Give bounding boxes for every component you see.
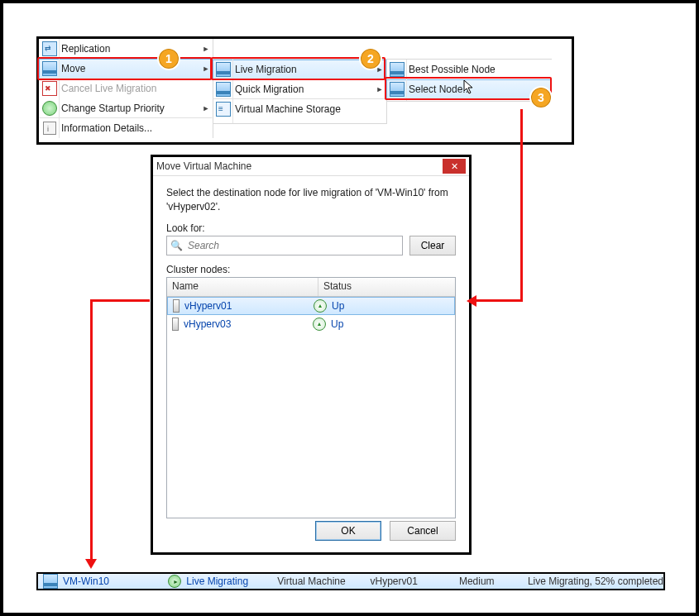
clear-button[interactable]: Clear: [409, 236, 456, 255]
submenu-arrow-icon: ►: [200, 104, 212, 112]
menu-label: Change Startup Priority: [60, 103, 200, 114]
menu-label: Live Migration: [233, 64, 374, 75]
storage-icon: [213, 99, 233, 119]
vm-icon: [387, 79, 407, 99]
menu-item-best-possible-node[interactable]: Best Possible Node: [386, 60, 552, 79]
annotated-screenshot: Replication ► Move ► Cancel Live Migrati…: [0, 0, 699, 616]
vm-icon: [213, 60, 233, 79]
annotation-arrow: [520, 109, 523, 301]
status-priority: Medium: [459, 575, 495, 587]
server-icon: [172, 318, 179, 331]
status-info: Live Migrating, 52% completed: [528, 575, 663, 587]
node-status: Up: [331, 318, 343, 330]
context-menu-level1: Replication ► Move ► Cancel Live Migrati…: [39, 39, 213, 138]
lookfor-label: Look for:: [166, 222, 456, 234]
status-up-icon: [314, 299, 327, 313]
annotation-arrow: [90, 299, 93, 561]
search-input[interactable]: [186, 239, 399, 252]
node-name: vHyperv01: [184, 300, 232, 312]
menu-label: Virtual Machine Storage: [233, 103, 385, 115]
node-row[interactable]: vHyperv03 Up: [167, 315, 455, 333]
menu-item-change-startup-priority[interactable]: Change Startup Priority ►: [39, 98, 213, 118]
ok-button[interactable]: OK: [315, 521, 381, 541]
context-menu-level2: Live Migration ► Quick Migration ► Virtu…: [213, 59, 387, 124]
annotation-arrowhead: [467, 295, 476, 307]
cancel-button[interactable]: Cancel: [390, 521, 456, 541]
submenu-arrow-icon: ►: [374, 85, 385, 93]
vm-icon: [43, 574, 58, 589]
dialog-title: Move Virtual Machine: [156, 160, 443, 172]
dialog-buttons: OK Cancel: [315, 521, 456, 541]
node-name: vHyperv03: [184, 318, 231, 330]
annotation-arrowhead: [85, 559, 97, 569]
cluster-nodes-grid: Name Status vHyperv01 Up vHyperv03 Up: [166, 277, 456, 518]
close-button[interactable]: ✕: [443, 159, 466, 174]
move-vm-dialog: Move Virtual Machine ✕ Select the destin…: [151, 155, 472, 555]
menu-item-information-details[interactable]: Information Details...: [39, 118, 213, 138]
info-icon: [40, 118, 60, 138]
menu-label: Best Possible Node: [407, 64, 551, 75]
menu-label: Move: [60, 63, 200, 74]
menu-item-quick-migration[interactable]: Quick Migration ►: [213, 79, 386, 99]
running-icon: [168, 575, 181, 588]
context-menu-level3: Best Possible Node Select Node...: [386, 59, 552, 102]
status-owner: vHyperv01: [370, 575, 417, 587]
dialog-titlebar: Move Virtual Machine ✕: [153, 157, 469, 176]
context-menu-block: Replication ► Move ► Cancel Live Migrati…: [36, 36, 574, 145]
menu-item-select-node[interactable]: Select Node...: [386, 79, 552, 99]
search-input-wrapper[interactable]: 🔍: [166, 236, 403, 255]
submenu-arrow-icon: ►: [200, 45, 212, 53]
menu-item-cancel-live-migration: Cancel Live Migration: [39, 79, 213, 98]
column-header-status[interactable]: Status: [318, 278, 455, 296]
vm-icon: [387, 60, 407, 79]
cluster-nodes-label: Cluster nodes:: [166, 264, 456, 275]
dialog-message: Select the destination node for live mig…: [166, 186, 456, 214]
status-state: Live Migrating: [186, 575, 248, 587]
vm-status-row[interactable]: VM-Win10 Live Migrating Virtual Machine …: [36, 572, 665, 590]
vm-icon: [213, 79, 233, 99]
submenu-arrow-icon: ►: [200, 64, 212, 73]
grid-header: Name Status: [167, 278, 455, 297]
status-role: Virtual Machine: [277, 575, 346, 587]
menu-item-move[interactable]: Move ►: [39, 59, 213, 79]
status-name: VM-Win10: [63, 575, 109, 587]
step-badge: 2: [359, 47, 382, 70]
server-icon: [173, 299, 180, 313]
node-row[interactable]: vHyperv01 Up: [167, 297, 455, 315]
menu-label: Information Details...: [60, 122, 212, 134]
annotation-arrow: [476, 299, 523, 302]
step-badge: 3: [529, 86, 553, 109]
node-status: Up: [332, 300, 344, 312]
status-up-icon: [313, 318, 326, 331]
annotation-arrow: [90, 299, 150, 302]
column-header-name[interactable]: Name: [167, 278, 318, 296]
vm-icon: [40, 59, 60, 79]
menu-item-replication[interactable]: Replication ►: [39, 39, 213, 59]
replication-icon: [40, 39, 60, 59]
menu-label: Quick Migration: [233, 84, 374, 95]
startup-priority-icon: [40, 98, 60, 118]
search-icon: 🔍: [170, 240, 183, 251]
step-badge: 1: [157, 47, 180, 70]
menu-label: Cancel Live Migration: [60, 83, 212, 94]
menu-item-vm-storage[interactable]: Virtual Machine Storage: [213, 99, 386, 119]
cancel-icon: [40, 79, 60, 98]
